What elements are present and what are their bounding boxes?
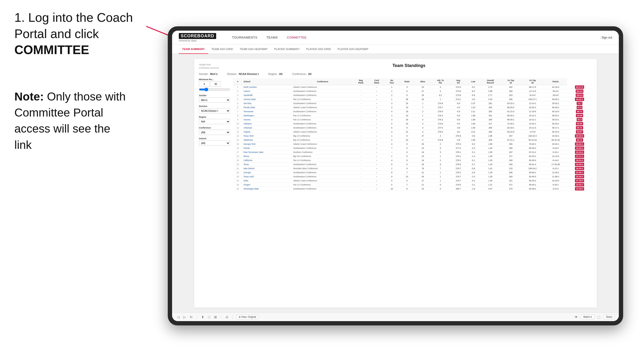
table-cell: 88-17-0 <box>521 85 544 89</box>
table-cell: 44-24-1 <box>567 142 592 146</box>
main-content: Update time: 27/03/2024 16:56:26 Team St… <box>172 54 619 313</box>
sidebar-region-label: Region <box>199 116 230 118</box>
table-row: 9ArizonaPac-12 Conference––3184276.3-6.0… <box>233 118 592 122</box>
table-cell: Southeastern Conference <box>292 101 353 106</box>
toolbar-eye[interactable]: 👁 <box>574 315 579 319</box>
table-cell: 209 <box>480 138 500 142</box>
table-cell: 23 <box>415 187 431 191</box>
toolbar-clock[interactable]: ⊙ <box>224 315 229 319</box>
table-cell: 5 <box>385 179 399 183</box>
sign-out-button[interactable]: Sign out <box>600 36 612 39</box>
table-cell: 8 <box>399 126 415 130</box>
sidebar-division-select[interactable]: NCAA Division I <box>199 108 230 113</box>
table-row: 22GeorgiaSoutheastern Conference––872112… <box>233 171 592 175</box>
table-cell: 68.71 <box>567 110 592 114</box>
table-row: 7TennesseeSoutheastern Conference––41822… <box>233 110 592 114</box>
table-cell: 9-24-0 <box>544 146 567 150</box>
table-cell: 54-4-0 <box>567 89 592 93</box>
sidebar-division-label: Division <box>199 105 230 107</box>
subnav-team-h2h-heatmap[interactable]: TEAM H2H HEATMAP <box>236 45 271 54</box>
table-cell: 17 <box>233 150 242 154</box>
share-button[interactable]: Share <box>603 315 615 319</box>
table-cell: 276.3 <box>430 118 450 122</box>
table-cell: -3.1 <box>466 183 480 187</box>
view-original-button[interactable]: ⊕ View: Original <box>236 315 258 319</box>
table-cell: 203 <box>501 93 521 97</box>
table-cell: 83-15-0 <box>501 130 521 134</box>
toolbar-forward[interactable]: ▷ <box>182 315 187 319</box>
toolbar-bookmark[interactable]: □ <box>207 315 211 319</box>
instruction-title: 1. Log into the Coach Portal and click C… <box>14 9 163 58</box>
table-cell: 24 <box>399 138 415 142</box>
table-cell: – <box>369 167 385 171</box>
table-cell: 9-19-1 <box>544 183 567 187</box>
table-cell: 23-16-2 <box>567 150 592 154</box>
table-cell: 1 <box>430 179 450 183</box>
table-cell: Vanderbilt <box>242 93 292 97</box>
nav-teams[interactable]: TEAMS <box>263 34 282 41</box>
subnav-player-h2h-grid[interactable]: PLAYER H2H GRID <box>303 45 334 54</box>
table-cell: 266 <box>501 171 521 175</box>
table-cell: 276.3 <box>430 114 450 118</box>
sidebar-school-select[interactable]: (All) <box>199 141 230 146</box>
table-cell: 2.52 <box>480 97 500 101</box>
toolbar-screenshot[interactable]: ⬚ <box>596 315 601 319</box>
table-cell: Pac-12 Conference <box>292 114 353 118</box>
table-cell: Southeastern Conference <box>292 89 353 93</box>
col-rnds: Rnds <box>399 78 415 85</box>
table-cell: 82-18-1 <box>501 126 521 130</box>
table-cell: 0 <box>430 187 450 191</box>
table-row: 1North CarolinaAtlantic Coast Conference… <box>233 85 592 89</box>
subnav-player-summary[interactable]: PLAYER SUMMARY <box>271 45 303 54</box>
sidebar-gender-select[interactable]: Men's <box>199 97 230 103</box>
table-cell: 63-17-0 <box>567 85 592 89</box>
table-cell: 269 <box>501 175 521 179</box>
sub-nav: TEAM SUMMARY TEAM H2H GRID TEAM H2H HEAT… <box>172 44 619 54</box>
rounds-max-input[interactable] <box>210 81 221 87</box>
table-cell: Southern Conference <box>292 150 353 154</box>
toolbar-share[interactable]: ⬆ <box>200 315 205 319</box>
table-cell: Arkansas <box>242 126 292 130</box>
table-cell: 6 <box>385 126 399 130</box>
subnav-team-summary[interactable]: TEAM SUMMARY <box>179 45 208 54</box>
table-row: 17East Tennessee StateSouthern Conferenc… <box>233 150 592 154</box>
table-cell: 6 <box>415 130 431 134</box>
table-cell: -5.5 <box>450 110 466 114</box>
table-cell: 5 <box>385 183 399 187</box>
table-cell: 117-4-0 <box>521 89 544 93</box>
table-cell: 20 <box>233 163 242 167</box>
table-cell: 1.28 <box>480 171 500 175</box>
watch-button[interactable]: Watch ▾ <box>581 315 595 319</box>
table-cell: 7 <box>415 106 431 110</box>
col-vs-top-50: Vs Top50 <box>521 78 544 85</box>
table-cell: 3 <box>233 93 242 97</box>
toolbar-grid[interactable]: ⊞ <box>213 315 218 319</box>
table-cell: – <box>369 126 385 130</box>
subnav-player-h2h-heatmap[interactable]: PLAYER H2H HEATMAP <box>334 45 372 54</box>
rounds-slider[interactable] <box>199 88 230 91</box>
table-cell: – <box>353 175 369 179</box>
table-cell: -0.8 <box>466 167 480 171</box>
table-cell: 1.39 <box>480 179 500 183</box>
table-cell: Southeastern Conference <box>292 171 353 175</box>
table-cell: 9 <box>399 167 415 171</box>
table-cell: 278.9 <box>450 163 466 167</box>
nav-committee[interactable]: COMMITTEE <box>283 34 310 41</box>
table-cell: 23 <box>415 154 431 159</box>
table-cell: – <box>353 130 369 134</box>
table-cell: 24 <box>415 159 431 163</box>
table-cell: 2.88 <box>480 89 500 93</box>
sidebar-region-select[interactable]: N/A <box>199 119 230 124</box>
table-row: 15Georgia TechAtlantic Coast Conference–… <box>233 142 592 146</box>
toolbar-back[interactable]: ◁ <box>176 315 180 319</box>
toolbar-reload[interactable]: ↻ <box>189 315 194 319</box>
table-cell: 1 <box>385 89 399 93</box>
nav-tournaments[interactable]: TOURNAMENTS <box>228 34 261 41</box>
table-cell: 4 <box>415 118 431 122</box>
rounds-min-input[interactable] <box>199 81 210 87</box>
subnav-team-h2h-grid[interactable]: TEAM H2H GRID <box>208 45 236 54</box>
note-label: Note: <box>14 90 44 103</box>
table-cell: 1.86 <box>466 122 480 126</box>
sidebar-conference-select[interactable]: (All) <box>199 130 230 135</box>
table-cell: – <box>353 142 369 146</box>
